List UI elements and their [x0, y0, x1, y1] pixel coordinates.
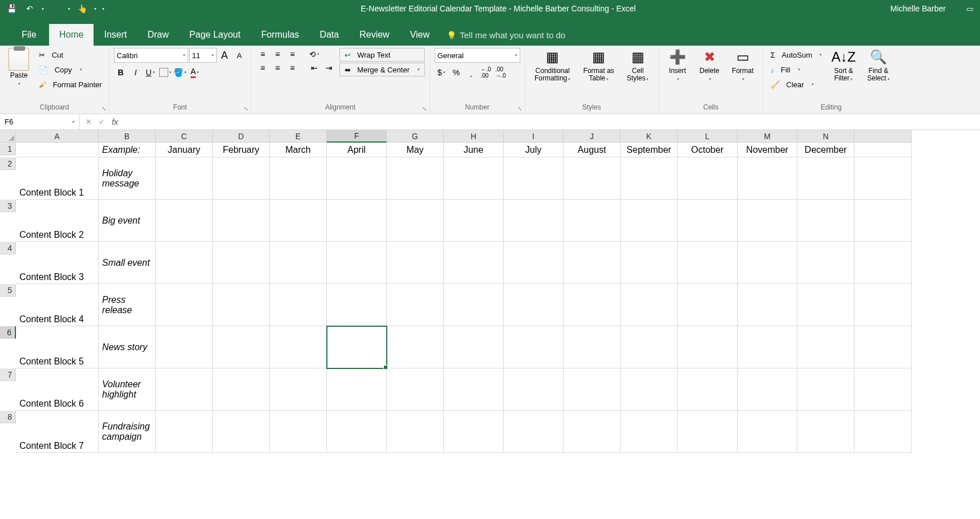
cell-L5[interactable]: [678, 284, 738, 326]
cell-L3[interactable]: [678, 200, 738, 242]
align-bottom-button[interactable]: ≡: [286, 48, 299, 60]
cell-G8[interactable]: [387, 411, 444, 453]
row-header-7[interactable]: 7: [0, 368, 16, 381]
cell-J2[interactable]: [564, 157, 621, 200]
cell-K1[interactable]: September: [621, 143, 678, 157]
cell-J7[interactable]: [564, 368, 621, 411]
cell-E4[interactable]: [270, 242, 327, 284]
cell-H3[interactable]: [444, 200, 504, 242]
row-header-5[interactable]: 5: [0, 284, 16, 297]
row-header-1[interactable]: 1: [0, 143, 16, 155]
column-header-E[interactable]: E: [270, 130, 327, 143]
cell-blank3[interactable]: [855, 200, 912, 242]
cell-G2[interactable]: [387, 157, 444, 200]
cell-K3[interactable]: [621, 200, 678, 242]
cell-B2[interactable]: Holiday message: [99, 157, 156, 200]
cell-E7[interactable]: [270, 368, 327, 411]
decrease-decimal-button[interactable]: .00→.0: [494, 66, 508, 79]
tell-me-search[interactable]: 💡 Tell me what you want to do: [440, 25, 572, 46]
cell-blank6[interactable]: [855, 326, 912, 368]
merge-center-button[interactable]: ⬌ Merge & Center ▾: [339, 63, 425, 76]
cell-B5[interactable]: Press release: [99, 284, 156, 326]
cut-button[interactable]: ✂ Cut: [37, 48, 104, 62]
font-color-button[interactable]: A▾: [188, 66, 202, 79]
row-header-4[interactable]: 4: [0, 242, 16, 254]
cell-D5[interactable]: [213, 284, 270, 326]
cell-I6[interactable]: [504, 326, 564, 368]
increase-decimal-button[interactable]: ←.0.00: [479, 66, 493, 79]
cell-L8[interactable]: [678, 411, 738, 453]
cell-I8[interactable]: [504, 411, 564, 453]
select-all-corner[interactable]: [0, 130, 16, 143]
cell-L6[interactable]: [678, 326, 738, 368]
delete-cells-button[interactable]: ✖ Delete▾: [695, 48, 724, 82]
cell-M5[interactable]: [738, 284, 797, 326]
cell-J8[interactable]: [564, 411, 621, 453]
cell-K7[interactable]: [621, 368, 678, 411]
italic-button[interactable]: I: [129, 66, 143, 79]
cell-H2[interactable]: [444, 157, 504, 200]
tab-review[interactable]: Review: [349, 24, 399, 46]
cell-G5[interactable]: [387, 284, 444, 326]
column-header-B[interactable]: B: [99, 130, 156, 143]
fill-color-button[interactable]: 🪣▾: [173, 66, 187, 79]
align-right-button[interactable]: ≡: [286, 62, 299, 74]
cell-F2[interactable]: [327, 157, 387, 200]
cell-K5[interactable]: [621, 284, 678, 326]
column-header-F[interactable]: F: [327, 130, 387, 143]
increase-indent-button[interactable]: ⇥: [322, 62, 336, 74]
cell-N5[interactable]: [797, 284, 855, 326]
cell-C3[interactable]: [156, 200, 213, 242]
find-select-button[interactable]: 🔍 Find & Select▾: [862, 48, 894, 82]
cell-C2[interactable]: [156, 157, 213, 200]
cell-C8[interactable]: [156, 411, 213, 453]
conditional-formatting-button[interactable]: ▦ Conditional Formatting▾: [530, 48, 576, 82]
align-top-button[interactable]: ≡: [256, 48, 270, 60]
cell-B1[interactable]: Example:: [99, 143, 156, 157]
font-dialog-launcher[interactable]: ⤡: [242, 104, 250, 112]
decrease-indent-button[interactable]: ⇤: [307, 62, 321, 74]
format-painter-button[interactable]: 🖌 Format Painter: [37, 78, 104, 91]
cell-C7[interactable]: [156, 368, 213, 411]
tab-file[interactable]: File: [9, 24, 49, 46]
cell-E6[interactable]: [270, 326, 327, 368]
cell-J1[interactable]: August: [564, 143, 621, 157]
cell-blank8[interactable]: [855, 411, 912, 453]
cell-D4[interactable]: [213, 242, 270, 284]
cell-N1[interactable]: December: [797, 143, 855, 157]
column-header-M[interactable]: M: [738, 130, 797, 143]
cell-A8[interactable]: Content Block 7: [16, 411, 99, 453]
percent-format-button[interactable]: %: [449, 66, 463, 79]
autosum-button[interactable]: Σ AutoSum ▾: [768, 48, 825, 62]
align-middle-button[interactable]: ≡: [271, 48, 285, 60]
cell-H6[interactable]: [444, 326, 504, 368]
tab-insert[interactable]: Insert: [94, 24, 137, 46]
cell-E8[interactable]: [270, 411, 327, 453]
cell-E2[interactable]: [270, 157, 327, 200]
cell-B4[interactable]: Small event: [99, 242, 156, 284]
row-header-6[interactable]: 6: [0, 326, 16, 339]
cell-G4[interactable]: [387, 242, 444, 284]
redo-dropdown[interactable]: ▾: [66, 2, 72, 15]
cell-D7[interactable]: [213, 368, 270, 411]
tab-page-layout[interactable]: Page Layout: [179, 24, 251, 46]
font-size-combo[interactable]: 11▾: [189, 48, 217, 63]
wrap-text-button[interactable]: ↩ Wrap Text: [339, 48, 425, 62]
cell-J4[interactable]: [564, 242, 621, 284]
cell-D3[interactable]: [213, 200, 270, 242]
cell-B7[interactable]: Volunteer highlight: [99, 368, 156, 411]
fx-icon[interactable]: fx: [112, 117, 118, 127]
comma-format-button[interactable]: ˏ: [464, 66, 478, 79]
cell-L1[interactable]: October: [678, 143, 738, 157]
user-name[interactable]: Michelle Barber: [890, 4, 963, 13]
formula-input[interactable]: [124, 114, 980, 129]
cell-N2[interactable]: [797, 157, 855, 200]
column-header-A[interactable]: A: [16, 130, 99, 143]
bold-button[interactable]: B: [114, 66, 128, 79]
cell-K2[interactable]: [621, 157, 678, 200]
cell-F5[interactable]: [327, 284, 387, 326]
row-header-8[interactable]: 8: [0, 411, 16, 423]
clear-button[interactable]: 🧹 Clear ▾: [768, 78, 825, 91]
cell-J5[interactable]: [564, 284, 621, 326]
cell-D1[interactable]: February: [213, 143, 270, 157]
